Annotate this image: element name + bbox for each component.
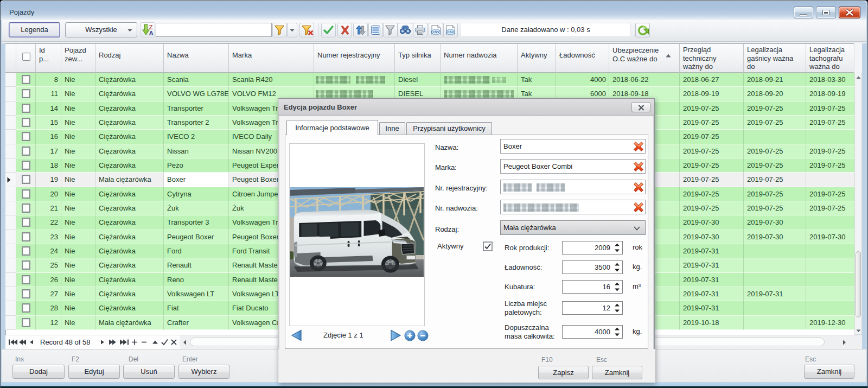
- svg-text:A: A: [149, 30, 154, 36]
- svg-text:CSV: CSV: [432, 30, 440, 34]
- svg-text:CSV: CSV: [447, 30, 455, 34]
